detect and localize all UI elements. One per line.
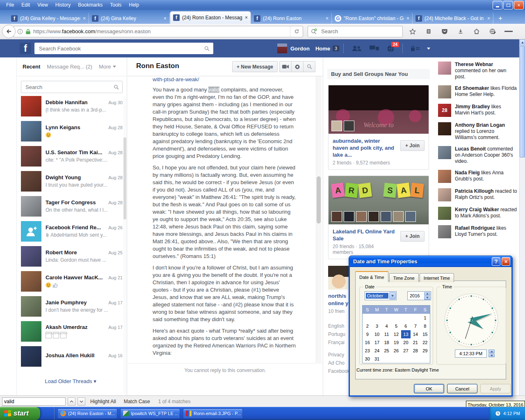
- ticker-item[interactable]: Kerry Craig Walker reacted to Mark Atkin…: [438, 207, 519, 220]
- apply-button[interactable]: Apply: [480, 384, 511, 393]
- calendar-day[interactable]: 22: [420, 338, 430, 347]
- calendar-day[interactable]: 18: [382, 338, 391, 347]
- ticker-item[interactable]: 28Jimmy Bradley likes Marvin Hart's post…: [438, 104, 519, 117]
- ticker-name[interactable]: Patricia Killough: [455, 188, 494, 194]
- calendar-day[interactable]: 6: [401, 322, 411, 330]
- start-button[interactable]: start: [0, 407, 40, 420]
- ticker-name[interactable]: Jimmy Bradley: [455, 104, 490, 110]
- tab-close-icon[interactable]: ×: [406, 16, 409, 21]
- browser-tab[interactable]: G"Ronn Easton" christian - Go...×: [332, 13, 413, 24]
- footer-link[interactable]: Ad Cho: [328, 360, 351, 366]
- video-call-button[interactable]: [279, 61, 292, 72]
- tab-more[interactable]: More: [99, 64, 116, 70]
- menu-history[interactable]: History: [52, 1, 74, 9]
- conversation-scrollbar[interactable]: [316, 76, 322, 363]
- thread-list-item[interactable]: Carole Hawver MacK...Aug 21: [17, 269, 124, 294]
- join-button[interactable]: + Join: [400, 231, 425, 242]
- thread-list-item[interactable]: Lynn KeigansAug 28: [17, 119, 124, 144]
- ticker-item[interactable]: Patricia Killough reacted to Ralph Ortiz…: [438, 188, 519, 201]
- calendar-day[interactable]: 5: [391, 322, 401, 330]
- thread-list-item[interactable]: Joshua Allen HukillAug 16: [17, 344, 124, 369]
- thread-list-item[interactable]: Facebook Friend Re...Aug 26AbdelHamid Mo…: [17, 219, 124, 244]
- calendar-day[interactable]: 19: [391, 338, 401, 347]
- match-case-button[interactable]: Match Case: [121, 398, 153, 405]
- find-next-icon[interactable]: [78, 397, 85, 406]
- home-link[interactable]: Home: [315, 46, 330, 52]
- tab-recent[interactable]: Recent: [23, 64, 40, 70]
- join-button[interactable]: + Join: [400, 140, 425, 151]
- sidebar-scrollbar[interactable]: [123, 96, 126, 394]
- calendar-day[interactable]: 17: [372, 338, 381, 347]
- ticker-name[interactable]: Nada Fleig: [455, 170, 480, 176]
- facebook-search-input[interactable]: [38, 45, 204, 52]
- close-icon[interactable]: ×: [502, 257, 510, 266]
- ticker-name[interactable]: Ed Shoemaker: [455, 85, 489, 91]
- reload-button[interactable]: [290, 26, 303, 37]
- find-input[interactable]: [2, 397, 66, 406]
- footer-link[interactable]: Françai: [328, 340, 351, 345]
- footer-link[interactable]: Privacy: [328, 352, 351, 358]
- help-button[interactable]: ?: [492, 257, 500, 266]
- back-button[interactable]: [2, 25, 16, 38]
- tab-close-icon[interactable]: ×: [164, 16, 167, 21]
- ticker-name[interactable]: Anthony Brian Logan: [455, 122, 505, 128]
- group-title[interactable]: Lakeland FL Online Yard Sale: [333, 228, 395, 242]
- info-icon[interactable]: [17, 29, 23, 34]
- pocket-icon[interactable]: [441, 27, 449, 36]
- thread-list-item[interactable]: Robert MoreAug 25Linda: Gordon must have…: [17, 244, 124, 269]
- ticker-item[interactable]: Rafael Rodriguez likes Lloyd Turner's po…: [438, 225, 519, 238]
- spin-down-icon[interactable]: [488, 354, 495, 357]
- sidebar-search[interactable]: [21, 81, 123, 93]
- scroll-up-icon[interactable]: [520, 39, 525, 46]
- thread-list-item[interactable]: Akash UmerdrazAug 1701F60101F60101F601: [17, 319, 124, 344]
- close-button[interactable]: ×: [514, 1, 524, 9]
- calendar-day[interactable]: 1: [420, 314, 430, 322]
- account-caret-icon[interactable]: [427, 48, 430, 50]
- ticker-name[interactable]: Therese Webnar: [455, 62, 493, 67]
- calendar-day[interactable]: 4: [382, 322, 391, 330]
- minimize-button[interactable]: [493, 1, 502, 9]
- calendar-day[interactable]: 30: [363, 355, 372, 363]
- search-icon[interactable]: [204, 46, 210, 51]
- calendar-day[interactable]: 27: [401, 347, 411, 355]
- new-message-button[interactable]: + New Message: [232, 61, 278, 72]
- load-older-threads[interactable]: Load Older Threads ▾: [17, 378, 124, 384]
- tab-internet-time[interactable]: Internet Time: [420, 273, 454, 282]
- notifications-icon[interactable]: 24: [387, 45, 394, 52]
- search-conversation-button[interactable]: [303, 61, 315, 72]
- calendar-day[interactable]: 26: [391, 347, 401, 355]
- calendar-day[interactable]: 28: [411, 347, 420, 355]
- tray-time[interactable]: 4:12 PM: [503, 411, 520, 416]
- tab-message-requests[interactable]: Message Req... (2): [47, 64, 92, 70]
- sidebar-search-input[interactable]: [25, 84, 114, 91]
- taskbar-task-firefox[interactable]: (24) Ronn Easton - M...: [57, 409, 117, 419]
- calendar-day[interactable]: 11: [382, 330, 391, 338]
- calendar-day[interactable]: 10: [372, 330, 381, 338]
- browser-scrollbar[interactable]: [519, 39, 525, 407]
- calendar-day[interactable]: 29: [420, 347, 430, 355]
- restore-button[interactable]: [503, 1, 513, 9]
- ticker-name[interactable]: Lucas Benoit: [455, 146, 486, 152]
- tab-close-icon[interactable]: ×: [83, 16, 86, 21]
- dropdown-arrow-icon[interactable]: [389, 292, 396, 299]
- tab-close-icon[interactable]: ×: [326, 16, 329, 21]
- globe-tool-icon[interactable]: [488, 27, 497, 36]
- group-card[interactable]: Welcome to auburndale, winter haven and …: [328, 85, 429, 170]
- thread-list-item[interactable]: Janie PumphreyAug 17I don't have the ene…: [17, 294, 124, 319]
- browser-search[interactable]: [308, 26, 403, 37]
- ok-button[interactable]: OK: [414, 384, 444, 393]
- browser-tab[interactable]: f(24) Michelle Black - Got in a...×: [413, 13, 493, 24]
- messages-icon[interactable]: [370, 46, 379, 51]
- ticker-name[interactable]: Rafael Rodriguez: [455, 225, 495, 231]
- spin-up-icon[interactable]: [488, 349, 495, 353]
- calendar-day[interactable]: 13: [401, 330, 411, 338]
- menu-bookmarks[interactable]: Bookmarks: [74, 1, 106, 9]
- browser-tab[interactable]: f(24) Ronn Easton - Messages×: [170, 11, 251, 24]
- facebook-search[interactable]: [34, 43, 213, 54]
- calendar-day[interactable]: 2: [363, 322, 372, 330]
- calendar-day[interactable]: 31: [372, 355, 381, 363]
- thread-list-item[interactable]: Dwight YoungAug 28I trust you have puled…: [17, 169, 124, 194]
- browser-tab[interactable]: f(24) Gina Kelley - Messages×: [8, 13, 89, 24]
- download-icon[interactable]: [457, 27, 465, 36]
- tab-date-time[interactable]: Date & Time: [355, 271, 388, 282]
